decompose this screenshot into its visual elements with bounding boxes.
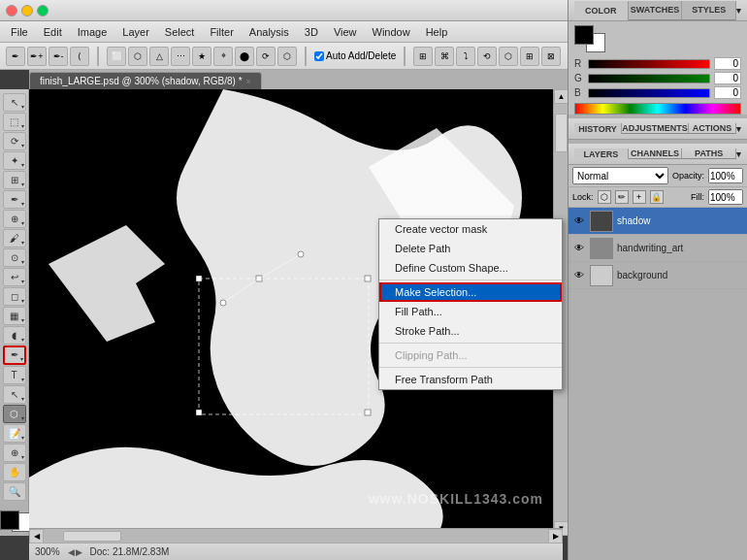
- tool-zoom[interactable]: 🔍: [3, 482, 26, 501]
- scroll-right-button[interactable]: ▶: [548, 529, 563, 544]
- tool-clone[interactable]: ⊙▾: [3, 248, 26, 267]
- ctx-free-transform-path[interactable]: Free Transform Path: [379, 370, 562, 389]
- ctx-delete-path[interactable]: Delete Path: [379, 239, 562, 258]
- tab-actions[interactable]: ACTIONS: [689, 123, 736, 134]
- tool-eraser[interactable]: ◻▾: [3, 287, 26, 306]
- tool-3d[interactable]: ⊕▾: [3, 444, 26, 462]
- icon-f[interactable]: ⊞: [520, 47, 539, 66]
- shape-icon-6[interactable]: ⌖: [213, 47, 233, 66]
- tab-swatches[interactable]: SWATCHES: [629, 1, 683, 20]
- menu-analysis[interactable]: Analysis: [243, 24, 296, 40]
- lock-position-btn[interactable]: +: [633, 190, 646, 204]
- tool-marquee[interactable]: ⬚▾: [3, 113, 26, 131]
- icon-a[interactable]: ⊞: [413, 47, 433, 66]
- menu-filter[interactable]: Filter: [203, 24, 240, 40]
- shape-icon-1[interactable]: ⬜: [107, 47, 126, 66]
- h-scroll-thumb[interactable]: [63, 531, 121, 542]
- shape-icon-4[interactable]: ⋯: [171, 47, 190, 66]
- tool-dodge[interactable]: ◖▾: [3, 326, 26, 345]
- ctx-make-selection[interactable]: Make Selection...: [379, 282, 562, 302]
- scroll-thumb[interactable]: [555, 114, 568, 152]
- color-fg-swatch[interactable]: [574, 25, 594, 45]
- tab-color[interactable]: COLOR: [574, 1, 629, 20]
- ctx-create-vector-mask[interactable]: Create vector mask: [379, 219, 562, 239]
- layer-eye-background[interactable]: 👁: [572, 269, 586, 282]
- tab-history[interactable]: HISTORY: [574, 123, 622, 134]
- tab-adjustments[interactable]: ADJUSTMENTS: [622, 123, 689, 134]
- menu-window[interactable]: Window: [366, 24, 417, 40]
- tool-shape[interactable]: ⬡▾: [3, 405, 26, 423]
- shape-icon-3[interactable]: △: [149, 47, 169, 66]
- tool-notes[interactable]: 📝▾: [3, 424, 26, 443]
- lock-image-btn[interactable]: ✏: [615, 190, 629, 204]
- tool-crop[interactable]: ⊞▾: [3, 171, 26, 189]
- ctx-define-custom-shape[interactable]: Define Custom Shape...: [379, 258, 562, 278]
- lock-transparent-btn[interactable]: ⬡: [598, 190, 611, 204]
- g-value[interactable]: [714, 72, 741, 84]
- nav-right-arrow[interactable]: ▶: [76, 547, 82, 557]
- history-panel-menu[interactable]: ▾: [736, 124, 741, 134]
- tool-heal[interactable]: ⊕▾: [3, 210, 26, 228]
- fg-bg-swatches[interactable]: [0, 511, 31, 532]
- tool-eyedropper[interactable]: ✒▾: [3, 190, 26, 209]
- icon-c[interactable]: ⤵: [456, 47, 475, 66]
- shape-icon-8[interactable]: ⟳: [256, 47, 276, 66]
- tool-history-brush[interactable]: ↩▾: [3, 268, 26, 286]
- tool-magic-wand[interactable]: ✦▾: [3, 151, 26, 170]
- menu-layer[interactable]: Layer: [115, 24, 156, 40]
- maximize-window-button[interactable]: [37, 5, 49, 16]
- color-panel-menu[interactable]: ▾: [736, 6, 741, 16]
- menu-edit[interactable]: Edit: [37, 24, 69, 40]
- shape-icon-2[interactable]: ⬡: [128, 47, 147, 66]
- icon-e[interactable]: ⬡: [499, 47, 518, 66]
- icon-g[interactable]: ⊠: [541, 47, 561, 66]
- layer-row-handwriting[interactable]: 👁 handwriting_art: [568, 235, 747, 262]
- auto-add-delete-checkbox[interactable]: Auto Add/Delete: [314, 50, 396, 61]
- g-slider[interactable]: [588, 74, 710, 83]
- tool-move[interactable]: ↖▾: [3, 93, 26, 112]
- layer-row-background[interactable]: 👁 background: [568, 262, 747, 289]
- layer-eye-shadow[interactable]: 👁: [572, 214, 586, 228]
- pen-subtract-icon[interactable]: ✒-: [49, 47, 68, 66]
- scroll-up-button[interactable]: ▲: [554, 89, 568, 104]
- ctx-fill-path[interactable]: Fill Path...: [379, 302, 562, 321]
- r-value[interactable]: [714, 57, 741, 70]
- minimize-window-button[interactable]: [21, 5, 33, 16]
- icon-b[interactable]: ⌘: [435, 47, 454, 66]
- h-scroll-track[interactable]: [44, 529, 548, 543]
- tab-channels[interactable]: CHANNELS: [629, 148, 683, 159]
- tab-layers[interactable]: LAYERS: [574, 148, 629, 159]
- color-fg-bg[interactable]: [574, 25, 605, 52]
- lock-all-btn[interactable]: 🔒: [650, 190, 664, 204]
- shape-icon-7[interactable]: ⬤: [235, 47, 254, 66]
- pen-add-icon[interactable]: ✒+: [27, 47, 47, 66]
- pen-tool-icon[interactable]: ✒: [6, 47, 25, 66]
- layer-eye-handwriting[interactable]: 👁: [572, 242, 586, 255]
- tool-hand[interactable]: ✋: [3, 463, 26, 481]
- icon-d[interactable]: ⟲: [477, 47, 497, 66]
- b-value[interactable]: [714, 86, 741, 99]
- auto-add-delete-input[interactable]: [314, 51, 324, 61]
- fill-input[interactable]: [708, 189, 743, 205]
- tool-lasso[interactable]: ⟳▾: [3, 132, 26, 150]
- shape-icon-9[interactable]: ⬡: [277, 47, 297, 66]
- menu-help[interactable]: Help: [419, 24, 455, 40]
- spectrum-bar[interactable]: [574, 103, 741, 115]
- scroll-left-button[interactable]: ◀: [29, 529, 44, 544]
- ctx-stroke-path[interactable]: Stroke Path...: [379, 321, 562, 341]
- menu-image[interactable]: Image: [71, 24, 114, 40]
- shape-icon-5[interactable]: ★: [192, 47, 211, 66]
- nav-left-arrow[interactable]: ◀: [68, 547, 75, 557]
- opacity-input[interactable]: [708, 168, 743, 183]
- tool-brush[interactable]: 🖌▾: [3, 229, 26, 247]
- r-slider[interactable]: [588, 59, 710, 69]
- tool-gradient[interactable]: ▦▾: [3, 307, 26, 325]
- menu-3d[interactable]: 3D: [298, 24, 325, 40]
- blend-mode-select[interactable]: Normal: [572, 167, 668, 184]
- tool-pen[interactable]: ✒▾: [3, 346, 26, 364]
- ctx-clipping-path[interactable]: Clipping Path...: [379, 346, 562, 365]
- menu-file[interactable]: File: [4, 24, 35, 40]
- fg-color-swatch[interactable]: [0, 511, 19, 530]
- convert-point-icon[interactable]: ⟨: [70, 47, 89, 66]
- close-window-button[interactable]: [6, 5, 17, 16]
